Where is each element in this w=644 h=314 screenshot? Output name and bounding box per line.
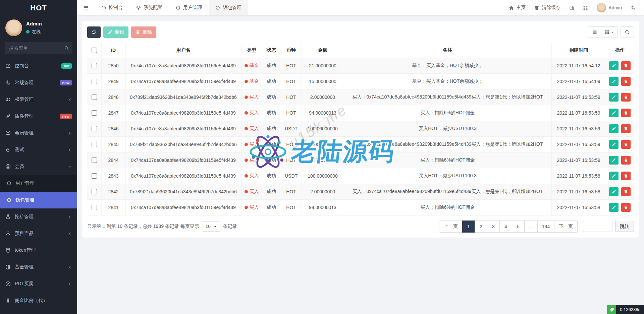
table-row[interactable]: 2845 0x789f21dab93620b41da343e8946f2b7de… xyxy=(87,136,634,152)
sidebar-item[interactable]: 佣金比例（代） xyxy=(0,292,77,309)
sidebar-item[interactable]: 会员 xyxy=(0,158,77,175)
pencil-icon xyxy=(612,174,616,178)
detail-view-button[interactable] xyxy=(588,26,601,38)
select-all-checkbox[interactable] xyxy=(92,48,97,53)
hamburger-icon xyxy=(83,5,89,10)
cell-select xyxy=(87,152,101,168)
sidebar-item[interactable]: 基金管理 xyxy=(0,259,77,275)
row-edit-button[interactable] xyxy=(609,124,619,133)
nav-tab[interactable]: 钱包管理 xyxy=(209,0,248,15)
prev-page-button[interactable]: 上一页 xyxy=(439,221,463,233)
page-jump-input[interactable] xyxy=(583,221,612,232)
row-checkbox[interactable] xyxy=(92,158,97,163)
next-page-button[interactable]: 下一页 xyxy=(554,221,578,233)
row-delete-button[interactable] xyxy=(621,61,631,70)
row-checkbox[interactable] xyxy=(92,126,97,131)
row-edit-button[interactable] xyxy=(609,187,619,196)
table-row[interactable]: 2848 0x789f21dab93620b41da343e8946f2b7de… xyxy=(87,89,634,105)
fullscreen-button[interactable] xyxy=(579,0,592,15)
table-row[interactable]: 2841 0x74ca107de8a8abfee498209b3fd01159e… xyxy=(87,199,634,215)
row-edit-button[interactable] xyxy=(609,140,619,149)
menu-search-input[interactable] xyxy=(8,45,64,51)
settings-button[interactable] xyxy=(626,0,640,15)
page-button-1[interactable]: 1 xyxy=(462,221,475,233)
sidebar-item[interactable]: 常规管理 new xyxy=(0,74,77,91)
nav-tab[interactable]: 系统配置 xyxy=(129,0,169,15)
row-edit-button[interactable] xyxy=(609,93,619,102)
table-row[interactable]: 2842 0x789f21dab93620b41da343e8946f2b7de… xyxy=(87,184,634,199)
page-button-2[interactable]: 2 xyxy=(475,221,487,233)
page-button-5[interactable]: 5 xyxy=(512,221,525,233)
sidebar-item[interactable]: 预售产品 xyxy=(0,225,77,242)
row-checkbox[interactable] xyxy=(92,63,97,68)
sidebar-item[interactable]: 挖矿管理 xyxy=(0,208,77,225)
table-row[interactable]: 2849 0x74ca107de8a8abfee498209b3fd01159e… xyxy=(87,73,634,89)
row-delete-button[interactable] xyxy=(621,203,631,212)
table-row[interactable]: 2850 0x74ca107de8a8abfee498209b3fd01159e… xyxy=(87,58,634,73)
cell-id: 2841 xyxy=(101,199,125,215)
search-toggle-button[interactable] xyxy=(621,26,634,38)
clear-cache-link[interactable]: 清除缓存 xyxy=(530,0,565,15)
row-delete-button[interactable] xyxy=(621,77,631,86)
cell-remark: 买入：扣除6%的HOT佣金 xyxy=(344,105,551,121)
row-checkbox[interactable] xyxy=(92,205,97,210)
sidebar-item[interactable]: 控制台 hot xyxy=(0,58,77,74)
table-row[interactable]: 2846 0x74ca107de8a8abfee498209b3fd01159e… xyxy=(87,121,634,136)
nav-tab[interactable]: 控制台 xyxy=(95,0,129,15)
nav-tab[interactable]: 用户管理 xyxy=(169,0,209,15)
home-link[interactable]: 主页 xyxy=(504,0,530,15)
avatar[interactable] xyxy=(5,19,22,36)
cell-status: 成功 xyxy=(262,184,281,199)
nav-tab-label: 钱包管理 xyxy=(223,5,241,11)
sidebar-item[interactable]: PDT买卖 xyxy=(0,275,77,292)
row-edit-button[interactable] xyxy=(609,172,619,180)
cell-coin: HOT xyxy=(281,58,302,73)
table-row[interactable]: 2844 0x74ca107de8a8abfee498209b3fd01159e… xyxy=(87,152,634,168)
menu-search xyxy=(5,42,72,54)
row-delete-button[interactable] xyxy=(621,109,631,117)
row-delete-button[interactable] xyxy=(621,140,631,149)
row-edit-button[interactable] xyxy=(609,156,619,165)
search-icon[interactable] xyxy=(64,46,69,50)
columns-button[interactable] xyxy=(601,26,618,38)
row-delete-button[interactable] xyxy=(621,93,631,102)
user-menu[interactable]: Admin xyxy=(592,0,626,15)
sidebar-item[interactable]: 权限管理 xyxy=(0,91,77,108)
row-checkbox[interactable] xyxy=(92,110,97,116)
table-row[interactable]: 2843 0x74ca107de8a8abfee498209b3fd01159e… xyxy=(87,168,634,184)
delete-button[interactable]: 删除 xyxy=(131,26,156,38)
page-size-select[interactable]: 10 xyxy=(202,221,220,232)
row-edit-button[interactable] xyxy=(609,109,619,117)
sidebar-item-label: token管理 xyxy=(15,247,72,253)
sidebar-item[interactable]: 插件管理 new xyxy=(0,108,77,125)
sidebar-subitem[interactable]: 用户管理 xyxy=(0,175,77,192)
language-button[interactable] xyxy=(565,0,579,15)
row-delete-button[interactable] xyxy=(621,172,631,180)
page-ellipsis[interactable]: ... xyxy=(524,221,538,233)
sidebar-item[interactable]: 会员管理 xyxy=(0,125,77,141)
table-row[interactable]: 2847 0x74ca107de8a8abfee498209b3fd01159e… xyxy=(87,105,634,121)
row-edit-button[interactable] xyxy=(609,203,619,212)
row-checkbox[interactable] xyxy=(92,95,97,100)
row-edit-button[interactable] xyxy=(609,77,619,86)
sidebar-item[interactable]: 测试 xyxy=(0,141,77,158)
page-button-194[interactable]: 194 xyxy=(537,221,554,233)
sidebar-item-label: PDT买卖 xyxy=(15,281,68,287)
sidebar-toggle-button[interactable] xyxy=(77,0,95,15)
page-jump-button[interactable]: 跳转 xyxy=(615,221,634,232)
row-checkbox[interactable] xyxy=(92,173,97,179)
tachometer-icon xyxy=(5,63,11,69)
row-edit-button[interactable] xyxy=(609,61,619,70)
row-checkbox[interactable] xyxy=(92,189,97,194)
row-delete-button[interactable] xyxy=(621,156,631,165)
row-delete-button[interactable] xyxy=(621,124,631,133)
row-delete-button[interactable] xyxy=(621,187,631,196)
row-checkbox[interactable] xyxy=(92,142,97,147)
row-checkbox[interactable] xyxy=(92,79,97,84)
edit-button[interactable]: 编辑 xyxy=(103,26,128,38)
sidebar-item[interactable]: token管理 xyxy=(0,242,77,259)
page-button-3[interactable]: 3 xyxy=(487,221,500,233)
refresh-button[interactable] xyxy=(87,26,101,38)
page-button-4[interactable]: 4 xyxy=(499,221,512,233)
sidebar-subitem[interactable]: 钱包管理 xyxy=(0,192,77,208)
